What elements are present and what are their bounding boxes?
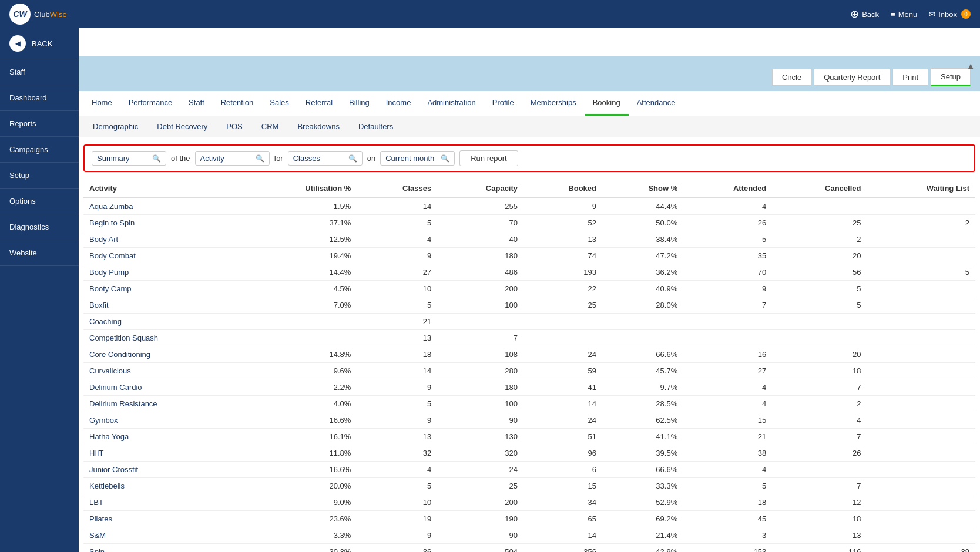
nav-referral[interactable]: Referral bbox=[297, 91, 341, 116]
activity-field[interactable]: 🔍 bbox=[195, 151, 270, 166]
subnav-pos[interactable]: POS bbox=[217, 116, 251, 137]
table-cell[interactable]: Body Art bbox=[83, 231, 243, 248]
data-table-wrap: Activity Utilisation % Classes Capacity … bbox=[83, 179, 975, 552]
table-cell[interactable]: Coaching bbox=[83, 314, 243, 330]
subnav-debt-recovery[interactable]: Debt Recovery bbox=[147, 116, 217, 137]
setup-button[interactable]: Setup bbox=[931, 68, 971, 86]
nav-performance[interactable]: Performance bbox=[120, 91, 180, 116]
table-row: Competition Squash137 bbox=[83, 330, 975, 346]
table-cell: 24 bbox=[523, 346, 602, 363]
nav-administration[interactable]: Administration bbox=[419, 91, 484, 116]
table-cell[interactable]: Kettlebells bbox=[83, 478, 243, 494]
table-cell: 14.4% bbox=[243, 264, 357, 281]
table-cell[interactable]: Curvalicious bbox=[83, 363, 243, 379]
print-button[interactable]: Print bbox=[892, 69, 928, 86]
table-cell[interactable]: Booty Camp bbox=[83, 281, 243, 297]
table-cell bbox=[867, 478, 975, 494]
table-cell[interactable]: HIIT bbox=[83, 445, 243, 462]
subnav-demographic[interactable]: Demographic bbox=[83, 116, 147, 137]
circle-button[interactable]: Circle bbox=[772, 69, 811, 86]
run-report-button[interactable]: Run report bbox=[459, 150, 518, 166]
summary-field[interactable]: 🔍 bbox=[92, 151, 166, 166]
table-cell[interactable]: Competition Squash bbox=[83, 330, 243, 346]
sidebar-item-staff[interactable]: Staff bbox=[0, 59, 79, 85]
col-capacity: Capacity bbox=[437, 179, 523, 198]
nav-retention[interactable]: Retention bbox=[213, 91, 262, 116]
subnav-breakdowns[interactable]: Breakdowns bbox=[288, 116, 349, 137]
table-row: Junior Crossfit16.6%424666.6%4 bbox=[83, 462, 975, 478]
activity-input[interactable] bbox=[200, 154, 253, 163]
nav-booking[interactable]: Booking bbox=[585, 91, 629, 116]
collapse-icon[interactable]: ▲ bbox=[966, 61, 975, 72]
table-cell[interactable]: Body Pump bbox=[83, 264, 243, 281]
quarterly-report-button[interactable]: Quarterly Report bbox=[814, 69, 890, 86]
table-cell: 39 bbox=[867, 544, 975, 553]
table-cell: 486 bbox=[437, 264, 523, 281]
table-cell[interactable]: S&M bbox=[83, 527, 243, 544]
back-nav[interactable]: ⊕ Back bbox=[850, 8, 879, 21]
table-cell: 4 bbox=[683, 198, 772, 215]
inbox-nav[interactable]: ✉ Inbox 0 bbox=[929, 9, 971, 19]
table-cell: 25 bbox=[523, 297, 602, 314]
table-cell[interactable]: Body Combat bbox=[83, 248, 243, 264]
table-cell: 13 bbox=[357, 330, 437, 346]
table-cell[interactable]: LBT bbox=[83, 494, 243, 511]
sidebar-item-reports[interactable]: Reports bbox=[0, 111, 79, 137]
table-cell: 27 bbox=[357, 264, 437, 281]
table-cell: 19.4% bbox=[243, 248, 357, 264]
nav-home[interactable]: Home bbox=[83, 91, 120, 116]
sidebar-item-website[interactable]: Website bbox=[0, 240, 79, 266]
classes-field[interactable]: 🔍 bbox=[288, 151, 363, 166]
col-activity: Activity bbox=[83, 179, 243, 198]
sidebar-item-setup[interactable]: Setup bbox=[0, 163, 79, 189]
table-row: Hatha Yoga16.1%131305141.1%217 bbox=[83, 429, 975, 445]
table-cell: 4 bbox=[357, 231, 437, 248]
table-cell[interactable]: Hatha Yoga bbox=[83, 429, 243, 445]
table-cell[interactable]: Pilates bbox=[83, 511, 243, 527]
table-row: Body Art12.5%4401338.4%52 bbox=[83, 231, 975, 248]
nav-income[interactable]: Income bbox=[378, 91, 419, 116]
nav-attendance[interactable]: Attendance bbox=[629, 91, 684, 116]
nav-billing[interactable]: Billing bbox=[341, 91, 378, 116]
table-cell: 18 bbox=[357, 346, 437, 363]
table-cell[interactable]: Aqua Zumba bbox=[83, 198, 243, 215]
table-cell: 130 bbox=[437, 429, 523, 445]
sidebar-item-options[interactable]: Options bbox=[0, 189, 79, 214]
sidebar-item-diagnostics[interactable]: Diagnostics bbox=[0, 214, 79, 240]
table-cell[interactable]: Gymbox bbox=[83, 412, 243, 429]
table-cell[interactable]: Delirium Resistance bbox=[83, 396, 243, 412]
subnav-defaulters[interactable]: Defaulters bbox=[349, 116, 402, 137]
col-classes: Classes bbox=[357, 179, 437, 198]
sidebar-item-dashboard[interactable]: Dashboard bbox=[0, 85, 79, 111]
table-cell[interactable]: Core Conditioning bbox=[83, 346, 243, 363]
sidebar-item-campaigns[interactable]: Campaigns bbox=[0, 137, 79, 163]
sidebar-back-button[interactable]: ◀ BACK bbox=[0, 28, 79, 59]
nav-profile[interactable]: Profile bbox=[484, 91, 522, 116]
current-month-input[interactable] bbox=[385, 154, 438, 163]
summary-input[interactable] bbox=[97, 154, 150, 163]
table-cell[interactable]: Begin to Spin bbox=[83, 215, 243, 231]
nav-memberships[interactable]: Memberships bbox=[522, 91, 585, 116]
current-month-field[interactable]: 🔍 bbox=[380, 151, 455, 166]
subnav-crm[interactable]: CRM bbox=[252, 116, 288, 137]
table-cell: 4.5% bbox=[243, 281, 357, 297]
menu-nav[interactable]: ≡ Menu bbox=[891, 10, 917, 19]
table-cell: 18 bbox=[772, 363, 867, 379]
table-cell[interactable]: Delirium Cardio bbox=[83, 379, 243, 396]
nav-staff[interactable]: Staff bbox=[180, 91, 213, 116]
back-circle-icon: ◀ bbox=[9, 35, 26, 52]
table-cell: 4 bbox=[683, 379, 772, 396]
table-cell: 6 bbox=[523, 462, 602, 478]
table-cell bbox=[243, 314, 357, 330]
table-cell[interactable]: Junior Crossfit bbox=[83, 462, 243, 478]
table-cell: 66.6% bbox=[602, 346, 683, 363]
summary-search-icon: 🔍 bbox=[152, 154, 161, 163]
table-cell[interactable]: Spin bbox=[83, 544, 243, 553]
table-cell bbox=[523, 314, 602, 330]
table-cell[interactable]: Boxfit bbox=[83, 297, 243, 314]
table-cell: 70 bbox=[683, 264, 772, 281]
classes-input[interactable] bbox=[293, 154, 346, 163]
table-cell: 20 bbox=[772, 346, 867, 363]
table-cell: 2 bbox=[772, 396, 867, 412]
nav-sales[interactable]: Sales bbox=[261, 91, 297, 116]
